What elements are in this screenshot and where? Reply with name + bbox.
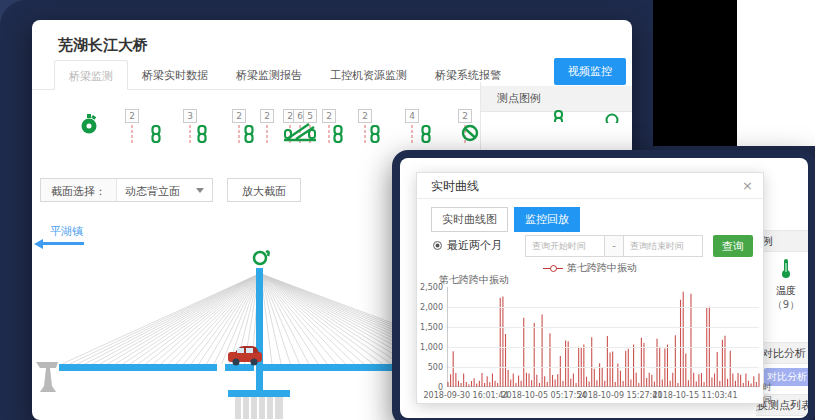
section-select[interactable]: 动态背立面: [116, 179, 212, 201]
sensor-count-badge: 2: [322, 109, 336, 123]
section-select-label: 截面选择：: [41, 179, 116, 201]
date-range-separator: -: [605, 235, 623, 257]
radio-selected-icon[interactable]: [433, 241, 442, 250]
sensor-marker-line: [329, 125, 330, 143]
black-backdrop: [653, 0, 737, 146]
thermometer-icon: [780, 258, 792, 278]
dialog-tab-1[interactable]: 监控回放: [514, 207, 580, 232]
realtime-curve-dialog: 实时曲线 × 实时曲线图监控回放 最近两个月 - 查询 第七跨跨中振动 第七跨跨: [416, 172, 764, 404]
tab-3[interactable]: 工控机资源监测: [316, 60, 421, 90]
sensor-count-badge: 4: [405, 109, 419, 123]
sensor-marker-line: [412, 125, 413, 143]
sensor-count-badge: 2: [232, 109, 246, 123]
abutment: [36, 362, 58, 392]
date-range-inputs: -: [525, 235, 703, 257]
white-backdrop: [737, 0, 815, 146]
gridline: [448, 347, 759, 348]
chain-icon: [420, 125, 432, 147]
sensor-count-badge: 3: [183, 109, 197, 123]
main-tabs: 桥梁监测桥梁实时数据桥梁监测报告工控机资源监测桥梁系统报警: [54, 60, 515, 90]
chain-icon: [553, 110, 565, 122]
sensor-circle-icon: [605, 111, 619, 123]
start-time-input[interactable]: [525, 235, 605, 257]
query-button[interactable]: 查询: [713, 235, 753, 257]
chain-icon: [332, 125, 344, 147]
y-tick-label: 0: [417, 383, 443, 392]
direction-arrow-icon: [42, 242, 84, 245]
close-icon[interactable]: ×: [742, 173, 753, 199]
popup-window-content: 测点图例 温度 （9） 对比分析 对比分析 更换测点列表 实时曲线 × 实时曲线…: [400, 158, 808, 418]
legend-marker-icon: [543, 264, 563, 272]
gridline: [448, 367, 759, 368]
pier-piles: [235, 397, 283, 419]
x-tick-label: 2018-10-05 05:17:54: [502, 391, 587, 400]
dialog-tabs: 实时曲线图监控回放: [431, 207, 580, 232]
dialog-header: 实时曲线 ×: [417, 173, 763, 199]
y-tick-label: 2,000: [417, 303, 443, 312]
chart-title: 第七跨跨中振动: [439, 273, 509, 287]
x-tick-label: 2018-09-30 16:01:44: [424, 391, 509, 400]
x-tick-label: 2018-10-09 15:27:41: [578, 391, 663, 400]
noentry-icon: [461, 124, 479, 146]
video-monitor-button[interactable]: 视频监控: [554, 58, 626, 85]
sensor-marker-line: [267, 125, 268, 143]
sensor-marker-line: [365, 125, 366, 143]
sensor-marker-line: [190, 125, 191, 143]
section-select-value: 动态背立面: [125, 185, 180, 198]
direction-label: 平湖镇: [50, 224, 83, 239]
tab-0[interactable]: 桥梁监测: [54, 60, 128, 90]
sensor-count-badge: 2: [125, 109, 139, 123]
tab-1[interactable]: 桥梁实时数据: [128, 60, 222, 90]
sensor-count-badge: 2: [358, 109, 372, 123]
sensor-count-badge: 2: [260, 109, 274, 123]
vibration-chart: [447, 287, 759, 387]
end-time-input[interactable]: [623, 235, 703, 257]
sensor-count-badge: 2: [458, 109, 472, 123]
zoom-section-button[interactable]: 放大截面: [227, 178, 301, 202]
stopwatch-icon: [80, 113, 98, 139]
sensor-marker-line: [239, 125, 240, 143]
recent-range-label: 最近两个月: [447, 238, 502, 253]
chart-series: [448, 287, 759, 387]
chain-icon: [369, 125, 381, 147]
x-tick-label: 2018-10-15 11:03:41: [653, 391, 738, 400]
gridline: [448, 327, 759, 328]
popup-window: 测点图例 温度 （9） 对比分析 对比分析 更换测点列表 实时曲线 × 实时曲线…: [392, 150, 815, 420]
tab-2[interactable]: 桥梁监测报告: [222, 60, 316, 90]
y-tick-label: 1,000: [417, 343, 443, 352]
dialog-tab-0[interactable]: 实时曲线图: [431, 207, 508, 232]
recent-range-radio-wrap: 最近两个月: [433, 238, 502, 253]
chevron-down-icon: [196, 188, 204, 193]
sensor-legend-row: 23222652242: [32, 91, 480, 159]
chain-icon: [196, 125, 208, 147]
query-controls: 最近两个月 - 查询: [417, 235, 763, 257]
y-tick-label: 1,500: [417, 323, 443, 332]
chain-icon: [150, 125, 162, 147]
dialog-title: 实时曲线: [431, 179, 479, 193]
tower-top-sensor-icon: [254, 252, 269, 265]
page-title: 芜湖长江大桥: [58, 36, 148, 55]
legend-label: 第七跨跨中振动: [567, 262, 637, 273]
pier-cap: [228, 390, 290, 397]
section-select-group: 截面选择： 动态背立面: [40, 178, 213, 202]
bridge-tower: [256, 268, 263, 390]
gridline: [448, 307, 759, 308]
bridge-icon: [283, 121, 317, 147]
legend-panel-header: 测点图例: [481, 86, 632, 112]
car: [228, 346, 262, 366]
sensor-marker-line: [132, 125, 133, 143]
y-tick-label: 500: [417, 363, 443, 372]
section-controls: 截面选择： 动态背立面 放大截面: [40, 178, 301, 204]
x-axis-name: 时间: [763, 381, 772, 407]
chain-icon: [243, 125, 255, 147]
